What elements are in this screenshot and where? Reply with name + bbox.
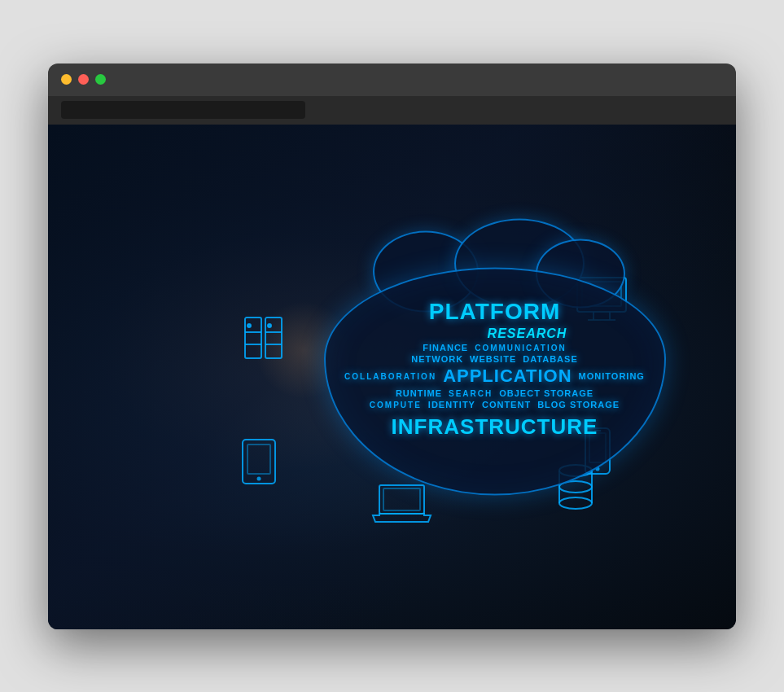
svg-rect-15: [247, 445, 270, 474]
svg-point-6: [247, 324, 251, 327]
servers-icon: [241, 316, 290, 363]
word-runtime: RUNTIME: [396, 388, 442, 398]
word-network: NETWORK: [411, 354, 463, 364]
word-collaboration: COLLABORATION: [344, 371, 436, 380]
main-content: PLATFORM Research FINANCE COMMUNICATION …: [48, 125, 736, 629]
word-research: Research: [488, 326, 567, 341]
minimize-button[interactable]: [61, 74, 72, 85]
word-infrastructure: INFRASTRUCTURE: [392, 414, 598, 440]
svg-rect-0: [245, 318, 261, 358]
word-search: SEARCH: [449, 388, 493, 397]
address-bar: [48, 96, 736, 125]
svg-rect-1: [265, 318, 282, 358]
svg-point-14: [256, 476, 261, 480]
word-content: CONTENT: [482, 400, 531, 410]
browser-window: PLATFORM Research FINANCE COMMUNICATION …: [48, 64, 736, 629]
svg-point-7: [268, 324, 271, 327]
close-button[interactable]: [78, 74, 89, 85]
word-communication: COMMUNICATION: [475, 343, 566, 352]
word-website: WEBSITE: [470, 354, 516, 364]
word-object-storage: OBJECT STORAGE: [499, 388, 593, 398]
svg-point-24: [559, 497, 592, 509]
word-finance: FINANCE: [423, 343, 468, 353]
window-controls: [61, 74, 106, 85]
cloud-diagram: PLATFORM Research FINANCE COMMUNICATION …: [324, 267, 666, 495]
word-application: APPLICATION: [443, 366, 572, 387]
tablet-icon: [241, 438, 278, 488]
word-database: DATABASE: [523, 354, 577, 364]
word-blog-storage: BLOG STORAGE: [537, 400, 620, 410]
maximize-button[interactable]: [95, 74, 106, 85]
word-identity: IDENTITY: [428, 400, 475, 410]
browser-titlebar: [48, 64, 736, 96]
word-platform: PLATFORM: [429, 299, 560, 325]
word-cloud: PLATFORM Research FINANCE COMMUNICATION …: [324, 267, 666, 495]
word-compute: COMPUTE: [370, 400, 422, 409]
word-monitoring: MONITORING: [579, 371, 645, 381]
url-input[interactable]: [61, 101, 305, 119]
